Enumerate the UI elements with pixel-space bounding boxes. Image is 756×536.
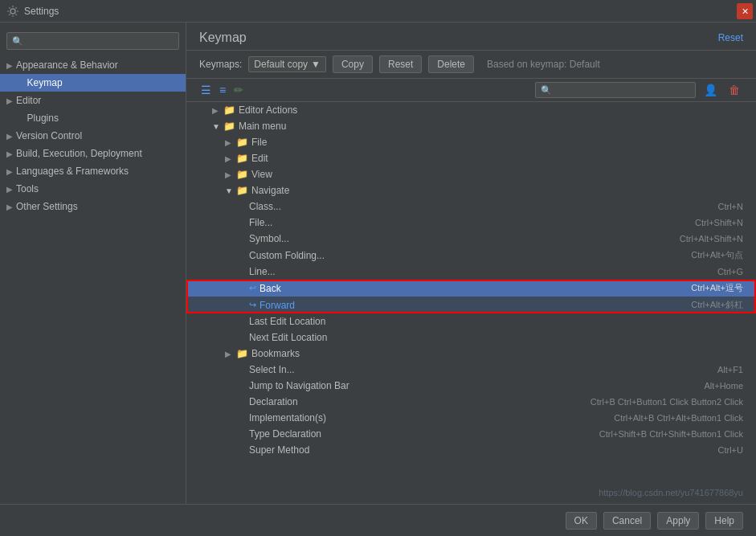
chevron-down-icon: ▼ (311, 59, 321, 70)
tree-item-line[interactable]: Line... Ctrl+G (186, 264, 756, 280)
sidebar-item-appearance[interactable]: ▶ Appearance & Behavior (0, 56, 186, 74)
trash-icon[interactable]: 🗑 (725, 82, 743, 98)
tree-item-edit[interactable]: ▶ 📁 Edit (186, 150, 756, 166)
tree-expand-arrow: ▼ (212, 122, 220, 131)
tree-item-class[interactable]: Class... Ctrl+N (186, 198, 756, 215)
tree-item-declaration[interactable]: Declaration Ctrl+B Ctrl+Button1 Click Bu… (186, 394, 756, 410)
tree-item-forward[interactable]: ↪ Forward Ctrl+Alt+斜杠 (186, 297, 756, 313)
shortcut-badge: Ctrl+B Ctrl+Button1 Click Button2 Click (590, 397, 743, 407)
reset-link[interactable]: Reset (718, 32, 743, 43)
shortcut-badge: Alt+Home (704, 381, 743, 391)
collapse-all-icon[interactable]: ≡ (218, 82, 227, 98)
action-toolbar: ☰ ≡ ✏ 🔍 👤 🗑 (186, 79, 756, 102)
tree-item-jump-nav[interactable]: Jump to Navigation Bar Alt+Home (186, 378, 756, 394)
tree-item-label: Bookmarks (251, 348, 743, 359)
sidebar-item-plugins[interactable]: Plugins (0, 109, 186, 127)
sidebar-item-vcs[interactable]: ▶ Version Control (0, 127, 186, 145)
expand-arrow: ▶ (6, 203, 13, 211)
expand-arrow: ▶ (6, 61, 13, 70)
tree-expand-arrow (238, 268, 246, 276)
svg-point-0 (10, 9, 15, 14)
shortcut-badge: Ctrl+Alt+句点 (691, 249, 743, 261)
sidebar-search[interactable]: 🔍 (6, 32, 179, 50)
sidebar: 🔍 ▶ Appearance & Behavior Keymap ▶ Edito… (0, 23, 186, 504)
sidebar-item-build[interactable]: ▶ Build, Execution, Deployment (0, 145, 186, 162)
tree-expand-arrow (238, 414, 246, 423)
sidebar-item-tools[interactable]: ▶ Tools (0, 180, 186, 198)
tree-item-symbol[interactable]: Symbol... Ctrl+Alt+Shift+N (186, 231, 756, 247)
tree-item-file2[interactable]: File... Ctrl+Shift+N (186, 215, 756, 231)
sidebar-item-label: Languages & Frameworks (16, 166, 129, 177)
reset-button[interactable]: Reset (379, 55, 422, 73)
tree-item-label: Editor Actions (239, 104, 743, 116)
tree-item-label: Implementation(s) (249, 412, 607, 423)
shortcut-badge: Ctrl+Alt+逗号 (691, 282, 743, 294)
folder-icon: 📁 (223, 104, 235, 116)
tree-item-bookmarks[interactable]: ▶ 📁 Bookmarks (186, 346, 756, 362)
sidebar-item-languages[interactable]: ▶ Languages & Frameworks (0, 162, 186, 180)
shortcut-badge: Ctrl+N (718, 202, 743, 211)
tree-item-file[interactable]: ▶ 📁 File (186, 134, 756, 150)
cancel-button[interactable]: Cancel (603, 512, 651, 530)
tree-item-back[interactable]: ↩ Back Ctrl+Alt+逗号 (186, 280, 756, 297)
sidebar-item-label: Plugins (27, 113, 59, 124)
delete-button[interactable]: Delete (428, 55, 474, 73)
expand-arrow: ▶ (6, 167, 13, 176)
tree-item-type-decl[interactable]: Type Declaration Ctrl+Shift+B Ctrl+Shift… (186, 426, 756, 442)
tree-item-navigate[interactable]: ▼ 📁 Navigate (186, 182, 756, 198)
tree-item-label: Custom Folding... (249, 250, 684, 261)
sidebar-item-editor[interactable]: ▶ Editor (0, 92, 186, 109)
highlight-wrapper: ↩ Back Ctrl+Alt+逗号 ↪ Forward Ctrl+Alt+斜杠 (186, 280, 756, 313)
tree-item-last-edit[interactable]: Last Edit Location (186, 313, 756, 329)
search-magnifier-icon: 🔍 (541, 85, 552, 96)
help-button[interactable]: Help (705, 512, 743, 530)
copy-button[interactable]: Copy (333, 55, 373, 73)
tree-item-label: Select In... (249, 364, 711, 375)
sidebar-search-input[interactable] (27, 35, 174, 47)
tree-expand-arrow (238, 446, 246, 455)
title-bar: Settings ✕ (0, 0, 756, 23)
sidebar-item-keymap[interactable]: Keymap (0, 74, 186, 92)
tree-item-label: Jump to Navigation Bar (249, 380, 697, 391)
sidebar-item-label: Version Control (16, 130, 82, 141)
apply-button[interactable]: Apply (657, 512, 699, 530)
tree-search[interactable]: 🔍 (535, 82, 696, 98)
tree-item-label: Declaration (249, 396, 584, 407)
tree-expand-arrow (238, 251, 246, 260)
settings-icon (6, 5, 19, 18)
tree-expand-arrow: ▶ (212, 106, 220, 115)
tree-item-main-menu[interactable]: ▼ 📁 Main menu (186, 118, 756, 134)
keymap-value: Default copy (254, 59, 308, 70)
shortcut-badge: Ctrl+Alt+Shift+N (680, 234, 743, 243)
tree-item-next-edit[interactable]: Next Edit Location (186, 329, 756, 346)
person-icon[interactable]: 👤 (701, 82, 721, 98)
expand-all-icon[interactable]: ☰ (199, 82, 213, 98)
folder-icon: 📁 (236, 153, 248, 164)
tree-item-label: Symbol... (249, 233, 673, 244)
tree-expand-arrow (238, 430, 246, 439)
tree-item-implementations[interactable]: Implementation(s) Ctrl+Alt+B Ctrl+Alt+Bu… (186, 410, 756, 426)
close-button[interactable]: ✕ (737, 3, 753, 19)
keymaps-label: Keymaps: (199, 59, 242, 70)
tree-item-label: Navigate (251, 185, 743, 196)
tree-item-view[interactable]: ▶ 📁 View (186, 166, 756, 182)
tree-expand-arrow: ▶ (225, 350, 233, 358)
folder-icon: 📁 (236, 348, 248, 359)
tree-item-editor-actions[interactable]: ▶ 📁 Editor Actions (186, 102, 756, 118)
edit-icon[interactable]: ✏ (232, 82, 245, 98)
shortcut-badge: Ctrl+U (718, 445, 743, 455)
tree-item-label: Class... (249, 201, 712, 212)
expand-arrow (19, 79, 24, 88)
tree-item-label: Edit (251, 153, 743, 164)
tree-item-label: Next Edit Location (249, 332, 737, 343)
tree-item-custom-folding[interactable]: Custom Folding... Ctrl+Alt+句点 (186, 247, 756, 264)
ok-button[interactable]: OK (566, 512, 597, 530)
keymap-dropdown[interactable]: Default copy ▼ (248, 56, 326, 72)
sidebar-item-other[interactable]: ▶ Other Settings (0, 198, 186, 215)
tree-item-super-method[interactable]: Super Method Ctrl+U (186, 442, 756, 458)
shortcut-badge: Alt+F1 (717, 365, 743, 374)
tree-item-select-in[interactable]: Select In... Alt+F1 (186, 362, 756, 378)
shortcut-badge: Ctrl+G (717, 267, 743, 276)
tree-search-input[interactable] (555, 84, 690, 96)
sidebar-item-label: Keymap (27, 77, 63, 88)
